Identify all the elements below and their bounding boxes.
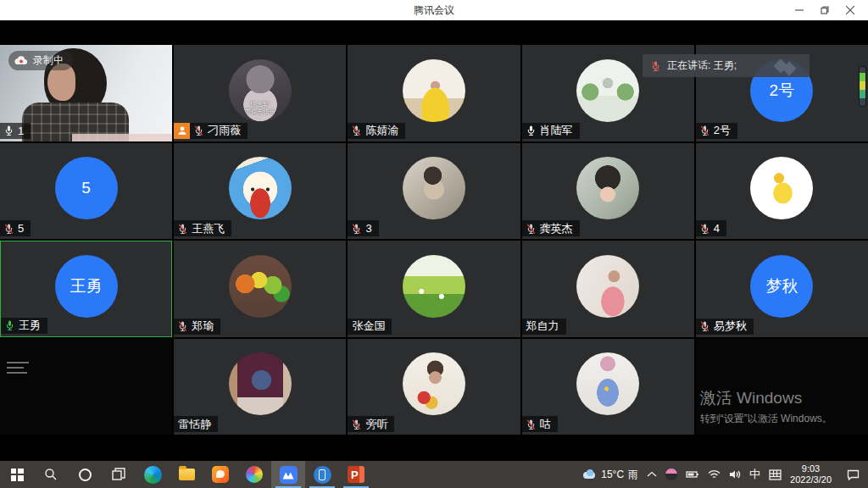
weather-condition: 雨 [628, 468, 638, 482]
avatar [403, 255, 465, 318]
avatar [403, 157, 465, 219]
participant-name-bar: 1 [0, 123, 31, 139]
weather-cloud-icon [581, 469, 597, 480]
tencent-meeting-icon [280, 466, 298, 484]
task-view-button[interactable] [102, 461, 136, 488]
wifi-icon [708, 469, 721, 480]
powerpoint-icon: P [348, 466, 364, 483]
participant-tile[interactable]: 梦秋 易梦秋 [696, 241, 868, 337]
participant-tile[interactable]: 郑瑜 [174, 241, 346, 337]
battery-tray-button[interactable] [686, 470, 699, 479]
minimize-button[interactable] [787, 0, 812, 20]
participant-name-bar: 易梦秋 [696, 319, 754, 335]
weather-widget[interactable]: 15°C 雨 [581, 468, 638, 482]
uc-browser-icon [212, 466, 229, 483]
cortana-button[interactable] [68, 461, 102, 488]
mic-muted-icon [651, 60, 660, 72]
meeting-watermark-logo [772, 59, 801, 73]
speaking-toast-text: 正在讲话: 王勇; [667, 58, 737, 73]
powerpoint-button[interactable]: P [339, 461, 373, 488]
tencent-meeting-button[interactable] [271, 461, 305, 488]
participant-name: 郑瑜 [192, 319, 214, 334]
participant-tile[interactable]: 张金国 [348, 241, 520, 337]
task-view-icon [112, 468, 125, 481]
volume-tray-button[interactable] [729, 469, 741, 480]
speaking-indicator-toast: 正在讲话: 王勇; [643, 54, 810, 77]
avatar-initials: 梦秋 [750, 255, 813, 318]
taskbar-clock[interactable]: 9:03 2022/3/20 [790, 463, 832, 485]
participant-tile[interactable]: 5 5 [0, 143, 172, 240]
participant-name-bar: 肖陆军 [522, 123, 580, 139]
avatar-initials: 王勇 [55, 255, 118, 318]
keyboard-tray-button[interactable] [769, 469, 782, 480]
avatar [403, 352, 465, 415]
participant-tile[interactable]: 龚英杰 [522, 143, 694, 240]
mic-speaking-icon [5, 319, 14, 331]
participant-tile[interactable]: 咕 [522, 339, 694, 435]
close-button[interactable] [837, 0, 863, 20]
messenger-tray-button[interactable] [665, 469, 677, 480]
participant-name-bar: 陈婧渝 [348, 123, 405, 139]
participant-tile[interactable]: 王燕飞 [174, 143, 346, 240]
edge-button[interactable] [136, 461, 170, 488]
search-button[interactable] [34, 461, 68, 488]
avatar [403, 59, 465, 122]
phone-app-button[interactable] [305, 461, 339, 488]
windows-logo-icon [11, 469, 24, 481]
participant-name-bar: 郑瑜 [174, 319, 220, 335]
avatar [576, 352, 639, 415]
participant-tile-active-speaker[interactable]: 王勇 王勇 [0, 241, 172, 337]
participant-tile[interactable]: 郑自力 [522, 241, 694, 337]
mic-muted-icon [700, 125, 709, 136]
ime-indicator[interactable]: 中 [749, 467, 760, 482]
taskbar-app-icons: P [0, 461, 373, 488]
participant-tile-self-video[interactable]: 录制中 1 [0, 45, 172, 141]
participant-tile[interactable]: 3 [348, 143, 520, 240]
participant-name-bar: 郑自力 [522, 319, 566, 335]
show-hidden-icons-button[interactable] [647, 471, 657, 478]
participant-tile[interactable]: 雷恬静 [174, 339, 346, 435]
participant-name-bar: 刁雨薇 [174, 123, 248, 139]
uc-browser-button[interactable] [203, 461, 237, 488]
desktop: 腾讯会议 录制中 1 [0, 0, 868, 488]
participant-name-bar: 3 [348, 220, 378, 236]
notification-icon [847, 469, 860, 480]
participant-name: 1 [18, 125, 24, 137]
participant-name-bar: 2号 [696, 123, 737, 139]
mic-muted-icon [526, 223, 536, 235]
wifi-tray-button[interactable] [708, 469, 721, 480]
color-wheel-app-button[interactable] [237, 461, 271, 488]
mic-muted-icon [352, 125, 361, 136]
action-center-button[interactable] [847, 469, 860, 480]
participant-name: 刁雨薇 [208, 123, 241, 138]
participant-name-bar: 咕 [522, 416, 558, 432]
participant-tile[interactable]: 快上车! 带你去快乐 刁雨薇 [174, 45, 346, 141]
participant-name-bar: 旁听 [348, 416, 394, 432]
mic-muted-icon [4, 223, 14, 235]
participant-name: 易梦秋 [714, 319, 747, 334]
participant-name: 张金国 [352, 319, 385, 334]
window-controls [787, 0, 863, 20]
participant-tile[interactable]: 旁听 [348, 339, 520, 435]
cloud-record-icon [14, 56, 28, 65]
list-icon[interactable] [7, 362, 41, 377]
window-titlebar[interactable]: 腾讯会议 [0, 0, 868, 20]
clock-time: 9:03 [790, 463, 832, 474]
participant-name: 王勇 [19, 318, 41, 333]
recording-badge: 录制中 [8, 51, 73, 70]
participant-name: 咕 [540, 417, 551, 432]
participant-tile[interactable]: 陈婧渝 [348, 45, 520, 141]
participant-tile[interactable]: 4 [696, 143, 868, 240]
start-button[interactable] [0, 461, 34, 488]
restore-button[interactable] [812, 0, 837, 20]
file-explorer-button[interactable] [170, 461, 203, 488]
mic-muted-icon [526, 419, 536, 430]
speaker-icon [729, 469, 741, 480]
mic-on-icon [526, 125, 536, 136]
meeting-stage: 录制中 1 快上车! 带你去快乐 刁雨薇 [0, 20, 868, 461]
participant-name: 3 [365, 222, 371, 235]
avatar-initials: 5 [55, 157, 118, 219]
participant-name-bar: 王勇 [1, 318, 47, 334]
participant-name: 雷恬静 [178, 417, 211, 432]
messenger-icon [665, 469, 677, 480]
